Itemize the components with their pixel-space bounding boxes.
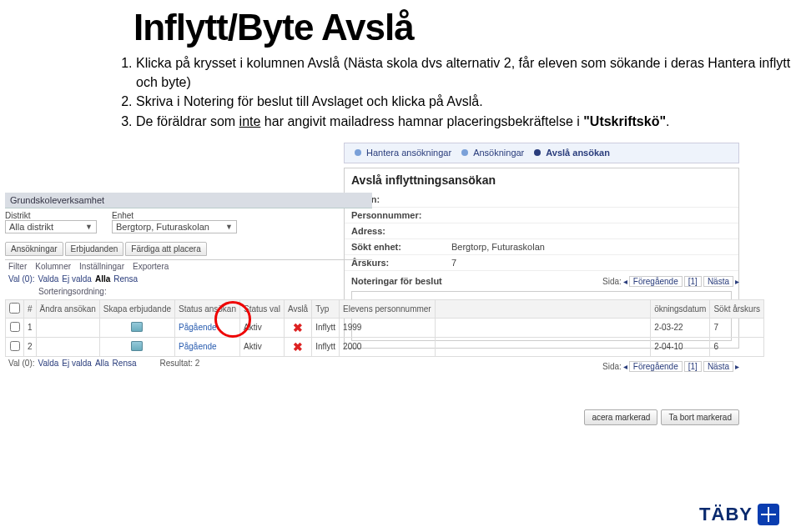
cell-pnr: 2000	[340, 337, 436, 356]
pager-bottom: Sida: ◂ Föregående [1] Nästa ▸	[602, 361, 739, 372]
selection-row: Val (0): Valda Ej valda Alla Rensa	[5, 273, 372, 285]
unit-dropdown[interactable]: Bergtorp, Futuraskolan▼	[112, 220, 237, 233]
row-checkbox[interactable]	[10, 322, 20, 332]
place-marked-button[interactable]: acera markerad	[584, 409, 657, 425]
shield-icon	[758, 504, 779, 525]
unit-label: Enhet	[112, 211, 237, 220]
selection-count-bottom: Val (0):	[8, 359, 35, 368]
sort-order-label: Sorteringsordning:	[5, 285, 372, 298]
panel-title: Avslå inflyttningsansökan	[345, 168, 738, 192]
select-alla[interactable]: Alla	[95, 359, 109, 368]
cell-num: 2	[24, 337, 37, 356]
sub-tabs: Filter Kolumner Inställningar Exportera	[5, 259, 372, 273]
select-valda[interactable]: Valda	[38, 274, 59, 284]
section-label: Grundskoleverksamhet	[5, 193, 372, 208]
chevron-down-icon: ▼	[85, 223, 93, 231]
cell-pnr: 1999	[340, 318, 436, 337]
page-title: Inflytt/Byte Avslå	[134, 7, 801, 48]
subtab-export[interactable]: Exportera	[133, 262, 169, 271]
checkbox-all[interactable]	[9, 303, 20, 314]
pager-page[interactable]: [1]	[684, 361, 702, 372]
cell-num: 1	[24, 318, 37, 337]
create-offer-icon[interactable]	[131, 341, 143, 351]
bullet-icon	[461, 149, 468, 156]
result-row: Val (0): Valda Ej valda Alla Rensa Resul…	[5, 357, 372, 369]
col-type[interactable]: Typ	[312, 299, 340, 318]
cell-status-app[interactable]: Pågående	[179, 323, 217, 332]
select-ejvalda[interactable]: Ej valda	[62, 359, 92, 368]
cell-date: 2-03-22	[651, 318, 710, 337]
col-create-offer[interactable]: Skapa erbjudande	[99, 299, 174, 318]
cell-arskurs: 7	[710, 318, 764, 337]
pager-top: Sida: ◂ Föregående [1] Nästa ▸	[602, 276, 739, 287]
taby-logo: TÄBY	[699, 504, 779, 525]
cell-status-app[interactable]: Pågående	[179, 342, 217, 351]
reject-x-icon[interactable]: ✖	[293, 340, 303, 354]
select-alla[interactable]: Alla	[95, 274, 110, 284]
bottom-buttons: acera markerad Ta bort markerad	[584, 409, 739, 425]
select-valda[interactable]: Valda	[38, 359, 59, 368]
bullet-icon	[355, 149, 361, 156]
subtab-columns[interactable]: Kolumner	[35, 262, 71, 271]
instruction-3: De föräldrar som inte har angivit mailad…	[136, 112, 801, 131]
chevron-down-icon: ▼	[225, 223, 233, 231]
col-pnr[interactable]: Elevens personnummer	[340, 299, 436, 318]
col-reject[interactable]: Avslå	[284, 299, 311, 318]
cell-arskurs: 6	[710, 337, 764, 356]
select-rensa[interactable]: Rensa	[113, 359, 137, 368]
remove-marked-button[interactable]: Ta bort markerad	[661, 409, 739, 425]
pager-label: Sida:	[602, 277, 622, 286]
filter-area: Grundskoleverksamhet Distrikt Alla distr…	[5, 193, 372, 369]
pager-prev[interactable]: Föregående	[629, 361, 683, 372]
district-dropdown[interactable]: Alla distrikt▼	[5, 220, 97, 233]
applications-table: # Ändra ansökan Skapa erbjudande Status …	[5, 299, 764, 357]
col-arskurs[interactable]: Sökt årskurs	[710, 299, 764, 318]
row-checkbox[interactable]	[10, 341, 20, 351]
pager-label: Sida:	[602, 362, 622, 371]
selection-count: Val (0):	[8, 274, 35, 284]
col-date[interactable]: ökningsdatum	[651, 299, 710, 318]
breadcrumb-item-current[interactable]: Avslå ansökan	[534, 148, 610, 158]
col-checkbox	[6, 299, 24, 318]
screenshot-reproduction: Hantera ansökningar Ansökningar Avslå an…	[5, 143, 789, 426]
table-row: 1 Pågående Aktiv ✖ Inflytt 1999 2-03-22 …	[6, 318, 764, 337]
instructions-list: Klicka på krysset i kolumnen Avslå (Näst…	[113, 53, 801, 131]
subtab-settings[interactable]: Inställningar	[79, 262, 124, 271]
breadcrumb: Hantera ansökningar Ansökningar Avslå an…	[344, 143, 739, 163]
select-ejvalda[interactable]: Ej valda	[62, 274, 92, 284]
field-value: Bergtorp, Futuraskolan	[451, 242, 545, 252]
instruction-1: Klicka på krysset i kolumnen Avslå (Näst…	[136, 53, 801, 92]
cell-status-val: Aktiv	[239, 337, 284, 356]
instruction-2: Skriva i Notering för beslut till Avslag…	[136, 92, 801, 111]
main-tabs: Ansökningar Erbjudanden Färdiga att plac…	[5, 242, 372, 256]
highlight-circle	[214, 301, 251, 338]
subtab-filter[interactable]: Filter	[8, 262, 27, 271]
pager-next[interactable]: Nästa	[703, 276, 733, 287]
pager-page[interactable]: [1]	[684, 276, 702, 287]
table-row: 2 Pågående Aktiv ✖ Inflytt 2000 2-04-10 …	[6, 337, 764, 356]
field-value: 7	[451, 258, 456, 268]
create-offer-icon[interactable]	[131, 322, 143, 332]
district-label: Distrikt	[5, 211, 97, 220]
reject-x-icon[interactable]: ✖	[293, 321, 303, 334]
pager-next[interactable]: Nästa	[703, 361, 733, 372]
bullet-icon	[534, 149, 541, 156]
logo-text: TÄBY	[699, 504, 753, 525]
cell-type: Inflytt	[312, 318, 340, 337]
tab-ready[interactable]: Färdiga att placera	[125, 242, 206, 256]
tab-offers[interactable]: Erbjudanden	[65, 242, 124, 256]
col-num[interactable]: #	[24, 299, 37, 318]
breadcrumb-item[interactable]: Hantera ansökningar	[355, 148, 451, 158]
select-rensa[interactable]: Rensa	[113, 274, 138, 284]
tab-applications[interactable]: Ansökningar	[5, 242, 63, 256]
cell-type: Inflytt	[312, 337, 340, 356]
breadcrumb-item[interactable]: Ansökningar	[461, 148, 524, 158]
cell-date: 2-04-10	[651, 337, 710, 356]
pager-prev[interactable]: Föregående	[629, 276, 683, 287]
result-count: Resultat: 2	[160, 359, 200, 368]
col-edit[interactable]: Ändra ansökan	[36, 299, 99, 318]
